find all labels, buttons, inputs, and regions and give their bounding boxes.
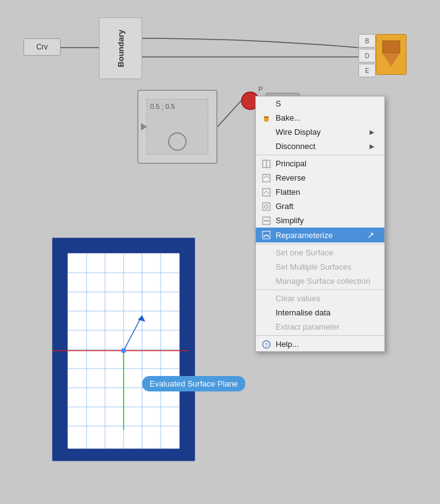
separator-4 [256, 335, 384, 336]
menu-item-set-multiple-surfaces: Set Multiple Surfaces [256, 260, 384, 274]
svg-point-13 [264, 205, 268, 208]
menu-item-clear-values-label: Clear values [276, 294, 320, 303]
menu-item-reverse-label: Reverse [276, 173, 305, 182]
boundary-label: Boundary [116, 30, 125, 67]
menu-item-graft-label: Graft [276, 202, 294, 211]
cursor-indicator: ↗ [367, 230, 374, 240]
flatten-icon [261, 187, 272, 198]
svg-line-2 [218, 101, 241, 127]
uv-circle-icon [168, 132, 187, 151]
help-icon: ? [261, 339, 272, 350]
svg-text:?: ? [264, 342, 268, 348]
uv-node[interactable]: 0.5 ; 0.5 [137, 90, 218, 164]
svg-marker-5 [383, 53, 400, 67]
menu-item-manage-surface-collection-label: Manage Surface collection [276, 276, 370, 286]
menu-item-s-label: S [276, 99, 281, 108]
bake-icon [261, 113, 272, 124]
menu-item-s[interactable]: S [256, 96, 384, 111]
boundary-node[interactable]: Boundary [99, 17, 142, 79]
menu-item-principal-label: Principal [276, 159, 307, 168]
uv-value: 0.5 ; 0.5 [150, 103, 175, 110]
extr-label [376, 34, 407, 75]
menu-item-simplify[interactable]: Simplify [256, 213, 384, 228]
menu-item-help[interactable]: ? Help... [256, 337, 384, 351]
menu-item-clear-values: Clear values [256, 291, 384, 305]
extr-ports: B D E [358, 34, 376, 80]
menu-item-flatten-label: Flatten [276, 187, 300, 197]
reverse-icon [261, 173, 272, 184]
tooltip-label: Evaluated Surface Plane [150, 379, 238, 388]
separator-1 [256, 155, 384, 155]
menu-item-set-one-surface: Set one Surface [256, 246, 384, 260]
svg-rect-11 [263, 189, 270, 196]
surface-svg [34, 220, 213, 473]
menu-item-graft[interactable]: Graft [256, 199, 384, 213]
disconnect-arrow-icon: ▶ [370, 143, 374, 150]
menu-item-extract-parameter: Extract parameter [256, 320, 384, 334]
uv-inner: 0.5 ; 0.5 [146, 99, 208, 155]
menu-item-bake[interactable]: Bake... [256, 111, 384, 125]
wire-display-arrow-icon: ▶ [370, 129, 374, 135]
menu-item-flatten[interactable]: Flatten [256, 185, 384, 199]
surface-3d-visualization [34, 220, 213, 473]
extr-port-e: E [358, 64, 376, 77]
menu-item-reparameterize[interactable]: Reparameterize ↗ [256, 228, 384, 242]
menu-item-disconnect-label: Disconnect [276, 142, 315, 151]
menu-item-reverse[interactable]: Reverse [256, 171, 384, 185]
menu-item-internalise-data-label: Internalise data [276, 308, 331, 317]
crv-node[interactable]: Crv [23, 38, 61, 56]
svg-rect-12 [263, 203, 270, 210]
menu-item-set-multiple-surfaces-label: Set Multiple Surfaces [276, 262, 352, 271]
menu-item-wire-display-label: Wire Display [276, 127, 321, 137]
p-label: P [258, 85, 263, 93]
simplify-icon [261, 215, 272, 226]
menu-item-wire-display[interactable]: Wire Display ▶ [256, 125, 384, 139]
uv-triangle-icon [141, 123, 147, 130]
svg-point-38 [121, 348, 126, 353]
principal-icon [261, 158, 272, 169]
menu-item-simplify-label: Simplify [276, 216, 304, 225]
svg-rect-4 [383, 41, 400, 53]
extr-port-b: B [358, 34, 376, 48]
extr-node[interactable]: B D E [358, 34, 408, 80]
context-menu: S Bake... Wire Display ▶ Disconnect ▶ Pr… [255, 96, 385, 352]
graft-icon [261, 201, 272, 212]
menu-item-disconnect[interactable]: Disconnect ▶ [256, 139, 384, 153]
svg-rect-7 [264, 116, 269, 118]
menu-item-internalise-data[interactable]: Internalise data [256, 305, 384, 320]
menu-item-help-label: Help... [276, 340, 299, 349]
menu-item-bake-label: Bake... [276, 113, 300, 122]
extr-port-d: D [358, 49, 376, 62]
menu-item-reparameterize-label: Reparameterize [276, 231, 333, 240]
menu-item-set-one-surface-label: Set one Surface [276, 248, 333, 257]
menu-item-principal[interactable]: Principal [256, 156, 384, 171]
crv-label: Crv [36, 43, 48, 51]
separator-2 [256, 244, 384, 244]
menu-item-manage-surface-collection: Manage Surface collection [256, 274, 384, 288]
menu-item-extract-parameter-label: Extract parameter [276, 322, 339, 331]
tooltip: Evaluated Surface Plane [142, 376, 245, 391]
reparameterize-icon [261, 229, 272, 241]
separator-3 [256, 289, 384, 290]
canvas: Crv Boundary 0.5 ; 0.5 P B D E [0, 0, 440, 504]
